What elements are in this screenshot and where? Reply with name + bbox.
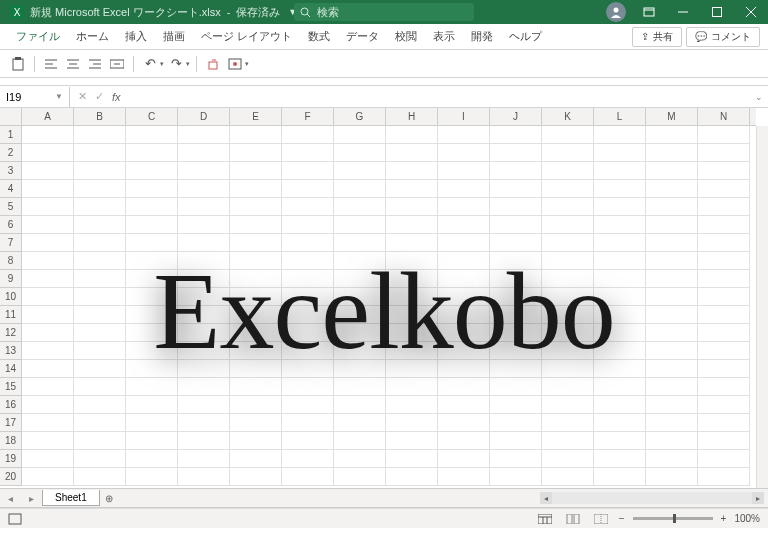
cell[interactable]: [438, 270, 490, 288]
cell[interactable]: [438, 252, 490, 270]
cell[interactable]: [698, 162, 750, 180]
row-header[interactable]: 11: [0, 306, 21, 324]
cell[interactable]: [22, 126, 74, 144]
merge-icon[interactable]: [107, 54, 127, 74]
cell[interactable]: [646, 270, 698, 288]
cell[interactable]: [646, 468, 698, 486]
cell[interactable]: [594, 450, 646, 468]
cell[interactable]: [438, 342, 490, 360]
tab-review[interactable]: 校閲: [387, 24, 425, 50]
cell[interactable]: [22, 198, 74, 216]
cancel-formula-icon[interactable]: ✕: [78, 90, 87, 103]
cell[interactable]: [646, 216, 698, 234]
align-left-icon[interactable]: [41, 54, 61, 74]
sheet-nav-next[interactable]: ▸: [21, 493, 42, 504]
cell[interactable]: [126, 432, 178, 450]
cell[interactable]: [22, 306, 74, 324]
cell[interactable]: [334, 252, 386, 270]
cell[interactable]: [438, 324, 490, 342]
cell[interactable]: [22, 360, 74, 378]
cell[interactable]: [438, 306, 490, 324]
cell[interactable]: [178, 450, 230, 468]
cell[interactable]: [334, 396, 386, 414]
column-header[interactable]: E: [230, 108, 282, 125]
cell[interactable]: [386, 378, 438, 396]
cell[interactable]: [438, 378, 490, 396]
cell[interactable]: [386, 360, 438, 378]
cell[interactable]: [334, 288, 386, 306]
column-header[interactable]: K: [542, 108, 594, 125]
cell[interactable]: [646, 144, 698, 162]
cell[interactable]: [646, 252, 698, 270]
cell[interactable]: [230, 216, 282, 234]
cell[interactable]: [542, 234, 594, 252]
cell[interactable]: [22, 162, 74, 180]
row-header[interactable]: 4: [0, 180, 21, 198]
cell[interactable]: [282, 270, 334, 288]
cell[interactable]: [594, 324, 646, 342]
cell[interactable]: [282, 144, 334, 162]
cell[interactable]: [594, 162, 646, 180]
cell[interactable]: [230, 450, 282, 468]
enter-formula-icon[interactable]: ✓: [95, 90, 104, 103]
cell[interactable]: [542, 378, 594, 396]
cell[interactable]: [438, 450, 490, 468]
cell[interactable]: [230, 468, 282, 486]
cell[interactable]: [22, 252, 74, 270]
cell[interactable]: [334, 468, 386, 486]
cell[interactable]: [178, 288, 230, 306]
cell[interactable]: [126, 450, 178, 468]
cell[interactable]: [438, 144, 490, 162]
cell[interactable]: [490, 432, 542, 450]
cell[interactable]: [126, 234, 178, 252]
cell[interactable]: [698, 450, 750, 468]
cell[interactable]: [126, 126, 178, 144]
cell[interactable]: [438, 360, 490, 378]
cell[interactable]: [282, 306, 334, 324]
cell[interactable]: [126, 180, 178, 198]
cell[interactable]: [178, 360, 230, 378]
cell[interactable]: [22, 468, 74, 486]
cell[interactable]: [438, 288, 490, 306]
cell[interactable]: [542, 342, 594, 360]
cell[interactable]: [178, 342, 230, 360]
cell[interactable]: [178, 306, 230, 324]
cell[interactable]: [438, 396, 490, 414]
cell[interactable]: [698, 126, 750, 144]
tab-page-layout[interactable]: ページ レイアウト: [193, 24, 300, 50]
cell[interactable]: [74, 162, 126, 180]
share-button[interactable]: ⇪共有: [632, 27, 682, 47]
cell[interactable]: [438, 468, 490, 486]
cell[interactable]: [334, 270, 386, 288]
cell[interactable]: [646, 234, 698, 252]
cell[interactable]: [126, 342, 178, 360]
cell[interactable]: [126, 252, 178, 270]
name-box-dropdown-icon[interactable]: ▼: [55, 92, 63, 101]
cell[interactable]: [74, 378, 126, 396]
cell[interactable]: [22, 288, 74, 306]
cell[interactable]: [438, 126, 490, 144]
cell[interactable]: [698, 144, 750, 162]
cell[interactable]: [542, 324, 594, 342]
cell[interactable]: [22, 450, 74, 468]
tab-data[interactable]: データ: [338, 24, 387, 50]
cell[interactable]: [230, 288, 282, 306]
view-normal-icon[interactable]: [535, 512, 555, 526]
cell[interactable]: [698, 198, 750, 216]
column-header[interactable]: D: [178, 108, 230, 125]
row-header[interactable]: 7: [0, 234, 21, 252]
record-macro-icon[interactable]: [8, 513, 22, 525]
cell[interactable]: [74, 396, 126, 414]
column-header[interactable]: F: [282, 108, 334, 125]
cell[interactable]: [386, 468, 438, 486]
cell[interactable]: [230, 234, 282, 252]
formula-input[interactable]: [129, 87, 750, 107]
cell[interactable]: [386, 144, 438, 162]
cell[interactable]: [334, 378, 386, 396]
cell[interactable]: [386, 180, 438, 198]
cell[interactable]: [22, 234, 74, 252]
cell[interactable]: [178, 468, 230, 486]
cell[interactable]: [542, 450, 594, 468]
cell[interactable]: [74, 414, 126, 432]
cell[interactable]: [438, 432, 490, 450]
